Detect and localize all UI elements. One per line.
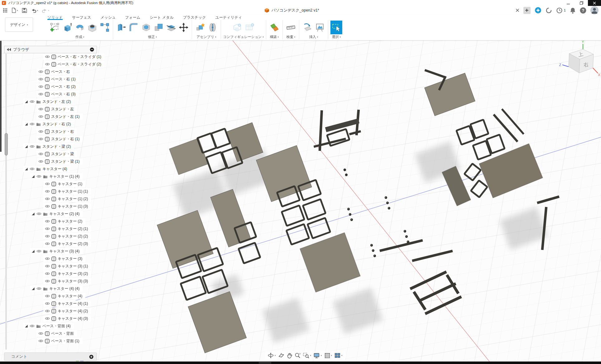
visibility-eye-icon[interactable] (36, 250, 41, 253)
visibility-eye-icon[interactable] (45, 182, 50, 185)
visibility-eye-icon[interactable] (36, 287, 41, 290)
joint-button[interactable] (207, 21, 219, 34)
group-label-insert[interactable]: 挿入▾ (301, 35, 326, 39)
visibility-eye-icon[interactable] (45, 302, 50, 305)
visibility-eye-icon[interactable] (38, 137, 43, 141)
extensions-icon[interactable] (535, 7, 541, 14)
browser-tree-row[interactable]: スタンド・右 (37, 128, 77, 135)
browser-tree-row[interactable]: キャスター (2) (3) (43, 241, 91, 247)
visibility-eye-icon[interactable] (38, 332, 43, 335)
visibility-eye-icon[interactable] (38, 70, 43, 73)
visibility-eye-icon[interactable] (38, 93, 43, 96)
browser-tree-row[interactable]: スタンド・左 (37, 106, 77, 112)
visibility-eye-icon[interactable] (30, 145, 35, 148)
display-settings-tool[interactable]: ▾ (314, 353, 322, 358)
visibility-eye-icon[interactable] (45, 309, 50, 313)
visibility-eye-icon[interactable] (38, 130, 43, 133)
combine-button[interactable] (153, 21, 165, 34)
browser-tree-row[interactable]: キャスター (4) (1) (43, 300, 91, 307)
new-component-button[interactable] (194, 21, 206, 34)
browser-tree-row[interactable]: キャスター (2) (4) (30, 211, 83, 217)
zoom-window-tool[interactable]: ▾ (303, 352, 311, 358)
browser-tree-row[interactable]: キャスター (2) (1) (43, 226, 91, 232)
create-sketch-button[interactable] (49, 21, 61, 34)
browser-tree-row[interactable]: キャスター (3) (4) (30, 248, 83, 254)
hole-button[interactable] (86, 21, 98, 34)
group-label-modify[interactable]: 修正▾ (115, 35, 190, 39)
browser-tree-row[interactable]: キャスター (4) (2) (43, 308, 91, 314)
visibility-eye-icon[interactable] (45, 220, 50, 223)
undo-button[interactable]: ▾ (30, 8, 39, 13)
press-pull-button[interactable] (115, 21, 127, 34)
browser-tree-row[interactable]: キャスター (1) (1) (43, 188, 91, 194)
group-label-create[interactable]: 作成▾ (49, 35, 111, 39)
visibility-eye-icon[interactable] (45, 197, 50, 200)
visibility-eye-icon[interactable] (45, 295, 50, 298)
visibility-eye-icon[interactable] (45, 55, 50, 58)
browser-tree-row[interactable]: キャスター (4) (3) (43, 315, 91, 322)
browser-tree-row[interactable]: キャスター (3) (1) (43, 263, 91, 269)
collapse-panel-icon[interactable] (7, 48, 11, 51)
browser-tree-row[interactable]: ベース・右 (37, 69, 73, 75)
visibility-eye-icon[interactable] (45, 242, 50, 245)
browser-tree-row[interactable]: キャスター (4) (4) (30, 285, 83, 292)
add-comment-icon[interactable] (89, 355, 94, 359)
move-button[interactable] (178, 21, 190, 34)
split-body-button[interactable] (165, 21, 177, 34)
visibility-eye-icon[interactable] (30, 100, 35, 103)
expand-triangle-icon[interactable] (31, 175, 35, 178)
viewports-caret[interactable]: ▾ (341, 354, 343, 357)
visibility-eye-icon[interactable] (30, 167, 35, 170)
job-status-icon[interactable] (546, 7, 552, 14)
browser-scrollbar-thumb[interactable] (5, 133, 8, 156)
visibility-eye-icon[interactable] (38, 339, 43, 342)
minimize-button[interactable] (562, 0, 575, 6)
construct-plane-button[interactable] (268, 21, 280, 34)
visibility-eye-icon[interactable] (36, 175, 41, 178)
panel-minimize-icon[interactable] (90, 47, 94, 52)
redo-caret[interactable]: ▾ (48, 9, 49, 12)
browser-tree-row[interactable]: キャスター (3) (2) (43, 271, 91, 277)
browser-tree-row[interactable]: ベース・右 (1) (37, 76, 79, 82)
look-at-tool[interactable] (278, 353, 284, 358)
new-tab-button[interactable] (523, 7, 531, 14)
measure-button[interactable] (285, 21, 297, 34)
ribbon-tab[interactable]: メッシュ (100, 15, 116, 20)
ribbon-tab[interactable]: フォーム (125, 15, 140, 20)
browser-tree-row[interactable]: ベース・右・スライダ (1) (43, 54, 104, 60)
undo-caret[interactable]: ▾ (37, 9, 38, 12)
browser-tree-row[interactable]: スタンド・梁 (2) (23, 143, 74, 150)
ribbon-tab[interactable]: プラスチック (183, 15, 206, 20)
expand-triangle-icon[interactable] (25, 145, 28, 148)
visibility-eye-icon[interactable] (45, 205, 50, 208)
browser-tree-row[interactable]: スタンド・梁 (37, 151, 77, 157)
orbit-caret[interactable]: ▾ (275, 354, 276, 357)
orbit-tool[interactable]: ▾ (268, 352, 276, 358)
expand-triangle-icon[interactable] (31, 287, 35, 290)
visibility-eye-icon[interactable] (38, 152, 43, 156)
browser-tree-row[interactable]: ベース・右・スライダ (2) (43, 61, 104, 67)
visibility-eye-icon[interactable] (45, 63, 50, 66)
browser-tree-row[interactable]: スタンド・梁 (1) (37, 158, 83, 165)
ribbon-tab[interactable]: シート メタル (150, 15, 174, 20)
insert-canvas-button[interactable] (314, 21, 326, 34)
browser-tree-row[interactable]: スタンド・左 (2) (23, 98, 74, 105)
browser-tree-row[interactable]: キャスター (3) (3) (43, 278, 91, 284)
visibility-eye-icon[interactable] (45, 190, 50, 193)
ribbon-tab[interactable]: サーフェス (72, 15, 91, 20)
display-settings-caret[interactable]: ▾ (321, 354, 322, 357)
configure-button[interactable] (231, 21, 243, 34)
expand-triangle-icon[interactable] (25, 324, 28, 328)
select-tool-button[interactable] (330, 21, 342, 34)
group-label-construct[interactable]: 構築▾ (268, 35, 280, 39)
visibility-eye-icon[interactable] (45, 272, 50, 275)
configuration-table-button[interactable] (244, 21, 256, 34)
visibility-eye-icon[interactable] (38, 108, 43, 111)
viewports-tool[interactable]: ▾ (334, 353, 343, 358)
browser-tree-row[interactable]: ベース・背面 (4) (23, 323, 74, 329)
browser-scrollbar-track[interactable] (5, 54, 7, 350)
extrude-button[interactable] (61, 21, 73, 34)
visibility-eye-icon[interactable] (45, 317, 50, 320)
visibility-eye-icon[interactable] (30, 324, 35, 328)
visibility-eye-icon[interactable] (45, 257, 50, 260)
